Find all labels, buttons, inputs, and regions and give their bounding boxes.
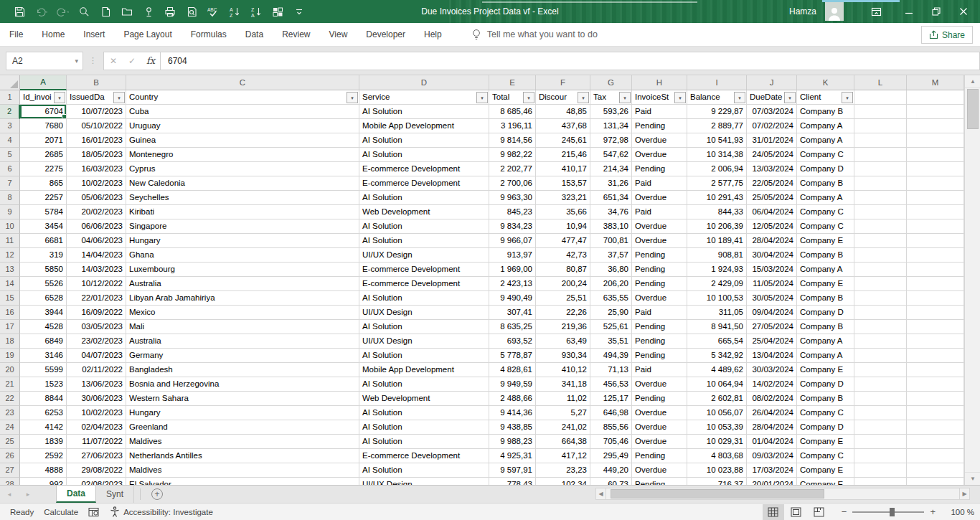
- cell[interactable]: 2257: [20, 191, 67, 205]
- cell[interactable]: AI Solution: [359, 291, 489, 306]
- cell[interactable]: Pending: [632, 162, 687, 176]
- cell[interactable]: [907, 334, 964, 349]
- cell[interactable]: 494,39: [590, 349, 632, 363]
- row-number-28[interactable]: 28: [0, 478, 20, 485]
- row-number-1[interactable]: 1: [0, 90, 20, 105]
- ribbon-tab-file[interactable]: File: [0, 23, 32, 47]
- cell[interactable]: 844,33: [687, 205, 747, 219]
- cell[interactable]: 4142: [20, 420, 67, 435]
- ribbon-display-options-icon[interactable]: [865, 0, 887, 23]
- cell[interactable]: 930,34: [536, 349, 590, 363]
- cell[interactable]: 15/03/2024: [747, 263, 797, 277]
- filter-dropdown-icon[interactable]: ▾: [784, 92, 796, 103]
- redo-icon[interactable]: [53, 2, 72, 21]
- cell[interactable]: Company D: [797, 162, 854, 176]
- insert-function-icon[interactable]: fx: [141, 55, 160, 66]
- undo-icon[interactable]: [32, 2, 50, 21]
- cell[interactable]: Montenegro: [126, 148, 359, 162]
- ribbon-tab-insert[interactable]: Insert: [74, 23, 114, 47]
- cell[interactable]: UI/UX Design: [359, 306, 489, 320]
- row-number-8[interactable]: 8: [0, 191, 20, 205]
- cell[interactable]: 2 202,77: [489, 162, 536, 176]
- cell[interactable]: [907, 435, 964, 449]
- cell[interactable]: 323,21: [536, 191, 590, 205]
- filter-dropdown-icon[interactable]: ▾: [54, 92, 65, 103]
- cell[interactable]: [854, 148, 907, 162]
- cell[interactable]: 12/05/2024: [747, 219, 797, 234]
- cell[interactable]: [854, 435, 907, 449]
- cell[interactable]: [907, 463, 964, 478]
- confirm-entry-icon[interactable]: ✓: [123, 56, 141, 66]
- cell[interactable]: 2 423,13: [489, 277, 536, 291]
- cell[interactable]: Uruguay: [126, 119, 359, 133]
- column-header-K[interactable]: K: [797, 75, 854, 90]
- cell[interactable]: Greenland: [126, 420, 359, 435]
- cell[interactable]: 34,76: [590, 205, 632, 219]
- header-cell[interactable]: Client▾: [797, 90, 854, 105]
- page-layout-view-icon[interactable]: [786, 504, 807, 520]
- cell[interactable]: AI Solution: [359, 234, 489, 248]
- cell[interactable]: Company B: [797, 105, 854, 119]
- cell[interactable]: 1 924,93: [687, 263, 747, 277]
- ribbon-tab-help[interactable]: Help: [415, 23, 451, 47]
- cell[interactable]: 2 006,94: [687, 162, 747, 176]
- cell[interactable]: [854, 392, 907, 406]
- cell[interactable]: 10/07/2023: [67, 105, 126, 119]
- cell[interactable]: 437,68: [536, 119, 590, 133]
- cell[interactable]: 635,55: [590, 291, 632, 306]
- cell[interactable]: AI Solution: [359, 148, 489, 162]
- cancel-entry-icon[interactable]: ✕: [104, 56, 123, 66]
- cell[interactable]: 410,17: [536, 162, 590, 176]
- cell[interactable]: [854, 363, 907, 377]
- cell[interactable]: 307,41: [489, 306, 536, 320]
- column-header-L[interactable]: L: [854, 75, 907, 90]
- sheet-nav-next-icon[interactable]: ▸: [19, 486, 37, 503]
- cell[interactable]: Overdue: [632, 406, 687, 420]
- cell[interactable]: 311,05: [687, 306, 747, 320]
- sort-desc-icon[interactable]: ZA: [247, 2, 265, 21]
- cell[interactable]: 5599: [20, 363, 67, 377]
- header-cell[interactable]: Service▾: [359, 90, 489, 105]
- cell[interactable]: Company E: [797, 234, 854, 248]
- cell[interactable]: 13/04/2024: [747, 349, 797, 363]
- sheet-tab-synt[interactable]: Synt: [96, 486, 134, 503]
- cell[interactable]: [907, 363, 964, 377]
- cell[interactable]: [854, 478, 907, 485]
- name-box[interactable]: A2 ▾: [6, 52, 83, 70]
- minimize-button[interactable]: [898, 0, 920, 23]
- cell[interactable]: Company E: [797, 435, 854, 449]
- row-number-24[interactable]: 24: [0, 420, 20, 435]
- cell[interactable]: Netherlands Antilles: [126, 449, 359, 463]
- cell[interactable]: 22,26: [536, 306, 590, 320]
- cell[interactable]: 22/01/2023: [67, 291, 126, 306]
- cell[interactable]: 11/07/2022: [67, 435, 126, 449]
- cell[interactable]: 2685: [20, 148, 67, 162]
- header-cell[interactable]: IssuedDa▾: [67, 90, 126, 105]
- cell[interactable]: 5 342,92: [687, 349, 747, 363]
- row-number-25[interactable]: 25: [0, 435, 20, 449]
- ribbon-tab-formulas[interactable]: Formulas: [182, 23, 236, 47]
- cell[interactable]: [854, 349, 907, 363]
- cell[interactable]: 1839: [20, 435, 67, 449]
- cell[interactable]: 705,46: [590, 435, 632, 449]
- cell[interactable]: Pending: [632, 277, 687, 291]
- cell[interactable]: 4 489,62: [687, 363, 747, 377]
- cell[interactable]: Australia: [126, 334, 359, 349]
- cell[interactable]: [854, 234, 907, 248]
- cell[interactable]: Hungary: [126, 234, 359, 248]
- cell[interactable]: Hungary: [126, 406, 359, 420]
- cell[interactable]: [907, 205, 964, 219]
- cell[interactable]: Web Development: [359, 392, 489, 406]
- cell[interactable]: 30/03/2024: [747, 363, 797, 377]
- scroll-down-icon[interactable]: ▼: [965, 472, 980, 485]
- cell[interactable]: [907, 162, 964, 176]
- cell[interactable]: 102,34: [536, 478, 590, 485]
- cell[interactable]: 4 828,61: [489, 363, 536, 377]
- header-cell[interactable]: Id_invoi▾: [20, 90, 67, 105]
- cell[interactable]: Pending: [632, 392, 687, 406]
- spelling-icon[interactable]: ABC: [204, 2, 222, 21]
- header-cell[interactable]: Tax▾: [590, 90, 632, 105]
- cell[interactable]: 10 291,43: [687, 191, 747, 205]
- horizontal-scrollbar[interactable]: ◀ ▶: [595, 485, 970, 503]
- horizontal-scroll-track[interactable]: [606, 488, 959, 500]
